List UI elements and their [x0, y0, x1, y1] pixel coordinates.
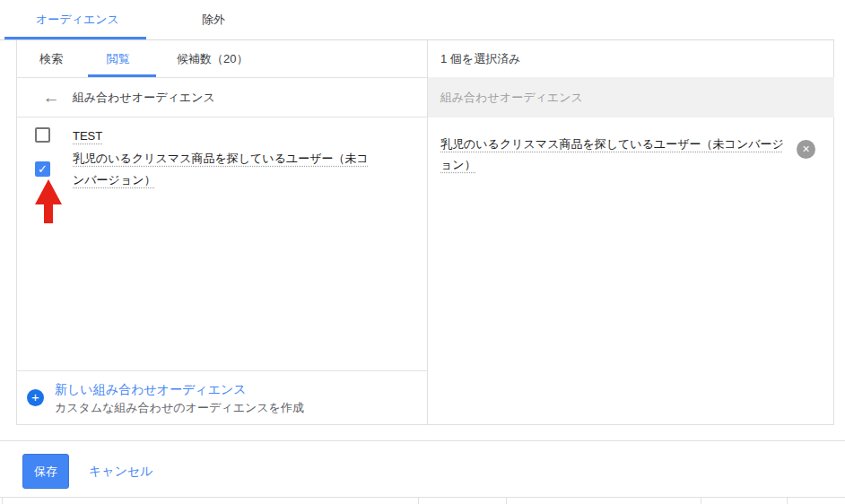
- checkbox-checked[interactable]: ✓: [35, 161, 50, 177]
- subtab-search[interactable]: 検索: [39, 40, 63, 77]
- tab-exclusion[interactable]: 除外: [202, 0, 225, 39]
- back-arrow-icon[interactable]: ←: [39, 86, 63, 109]
- subtab-bar: 検索 閲覧 候補数（20）: [17, 40, 427, 78]
- breadcrumb-row: ← 組み合わせオーディエンス: [17, 78, 427, 117]
- active-subtab-underline: [88, 74, 156, 77]
- check-icon: ✓: [38, 162, 48, 176]
- table-column-divider: [506, 497, 507, 504]
- selected-group-header: 組み合わせオーディエンス: [428, 77, 834, 117]
- table-column-divider: [2, 497, 3, 504]
- red-arrow-head: [35, 179, 62, 204]
- red-arrow-stem: [44, 204, 53, 223]
- checkbox-unchecked[interactable]: [35, 127, 50, 143]
- subtab-browse[interactable]: 閲覧: [107, 40, 130, 77]
- selected-item-label[interactable]: 乳児のいるクリスマス商品を探しているユーザー（未コンバージョン）: [440, 134, 787, 175]
- table-column-divider: [701, 497, 701, 504]
- audience-edit-panel: オーディエンス 除外 検索 閲覧 候補数（20） ← 組み合わせオーディエンス …: [0, 0, 845, 504]
- plus-icon[interactable]: +: [27, 389, 44, 406]
- main-tab-bar: オーディエンス 除外: [0, 0, 834, 39]
- table-column-divider: [418, 497, 419, 504]
- actions-top-divider: [0, 440, 845, 441]
- table-top-border: [0, 497, 845, 498]
- selected-count: 1 個を選択済み: [428, 40, 834, 77]
- new-combined-audience-link[interactable]: 新しい組み合わせオーディエンス: [55, 382, 247, 398]
- new-combined-audience-section[interactable]: + 新しい組み合わせオーディエンス カスタムな組み合わせのオーディエンスを作成: [17, 370, 427, 424]
- table-column-divider: [787, 497, 788, 504]
- save-button[interactable]: 保存: [22, 454, 69, 489]
- list-item-label[interactable]: 乳児のいるクリスマス商品を探しているユーザー（未コンバージョン）: [73, 148, 374, 191]
- category-title: 組み合わせオーディエンス: [73, 78, 215, 117]
- new-combined-audience-subtitle: カスタムな組み合わせのオーディエンスを作成: [55, 400, 304, 416]
- list-item-label[interactable]: TEST: [73, 126, 102, 147]
- remove-selected-icon[interactable]: ×: [797, 140, 815, 159]
- red-arrow-annotation: [35, 179, 62, 224]
- cancel-button[interactable]: キャンセル: [89, 454, 153, 489]
- picker-content: 検索 閲覧 候補数（20） ← 組み合わせオーディエンス TEST ✓ 乳児のい…: [16, 40, 834, 425]
- list-item: ✓ 乳児のいるクリスマス商品を探しているユーザー（未コンバージョン）: [17, 148, 427, 195]
- subtab-candidates[interactable]: 候補数（20）: [177, 40, 248, 77]
- tab-audience[interactable]: オーディエンス: [36, 0, 119, 39]
